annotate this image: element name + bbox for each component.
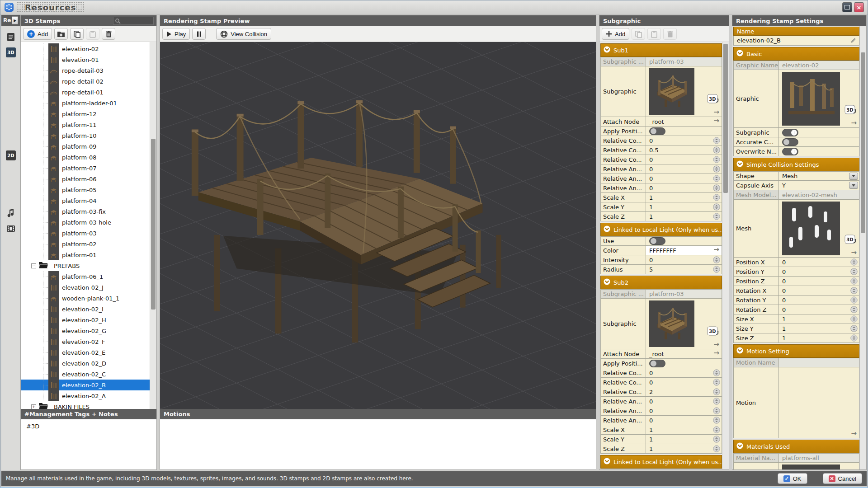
view-collision-button[interactable]: View Collision [216,28,271,40]
add-subgraphic-button[interactable]: Add [602,28,629,40]
movies-category-icon[interactable] [4,222,18,235]
tree-item[interactable]: elevation-02_B [21,380,150,390]
tree-item[interactable]: platform-03-hole [21,217,150,228]
tree-item[interactable]: platform-09 [21,141,150,152]
property-value[interactable]: 1 [779,333,859,343]
pause-button[interactable] [192,28,206,40]
stepper-icon[interactable] [850,315,858,323]
stepper-icon[interactable] [850,268,858,275]
section-header-sub2[interactable]: Sub2 [600,276,722,289]
stepper-icon[interactable] [713,256,720,263]
graphic-thumbnail[interactable] [782,202,840,255]
property-value[interactable] [779,137,859,146]
subgraphic-scrollbar[interactable] [722,42,729,469]
toggle-switch[interactable] [649,360,665,367]
tree-item[interactable]: rope-detail-02 [21,76,150,87]
viewport-3d[interactable] [160,42,596,409]
detail-arrow-icon[interactable]: → [713,109,719,116]
property-value[interactable]: 2 [646,387,722,396]
tree-item[interactable]: platform-11 [21,119,150,130]
property-value[interactable]: 3D→ [779,70,859,127]
tree-item[interactable]: platform-03-fix [21,206,150,217]
stepper-icon[interactable] [850,334,858,342]
delete-subgraphic-button[interactable] [663,28,677,40]
stepper-icon[interactable] [850,287,858,294]
detail-arrow-icon[interactable]: → [851,430,857,437]
property-value[interactable]: 1 [646,193,722,202]
collapsed-resources-tab[interactable]: Re ▶ [1,15,20,26]
property-value[interactable] [646,127,722,136]
tree-item[interactable]: elevation-02_J [21,282,150,293]
stamps-tree-scrollbar[interactable] [150,42,156,409]
tree-item[interactable]: elevation-02_E [21,347,150,358]
tree-item[interactable]: platform-01 [21,249,150,260]
swap-3d-graphic-badge-icon[interactable]: 3D [844,235,857,245]
stepper-icon[interactable] [850,306,858,313]
stepper-icon[interactable] [713,213,720,220]
property-value[interactable]: 0 [646,155,722,164]
section-header-materials-used[interactable]: Materials Used [733,440,859,453]
cancel-button[interactable]: ✕ Cancel [823,473,862,484]
property-value[interactable]: 0 [646,406,722,415]
window-dock-button[interactable] [842,2,852,12]
tree-folder[interactable]: +BAKIN FILES [21,401,150,409]
property-value[interactable]: FFFFFFFF→ [646,246,722,255]
property-value[interactable]: 0 [646,164,722,174]
toggle-switch[interactable] [649,237,665,245]
stepper-icon[interactable] [713,445,720,452]
property-value[interactable]: 0 [646,368,722,377]
3d-stamps-category-icon[interactable]: 3D [4,46,18,59]
stepper-icon[interactable] [713,184,720,192]
section-header-sub1[interactable]: Sub1 [600,43,722,57]
tree-item[interactable]: elevation-01 [21,54,150,65]
tree-expand-toggle[interactable]: − [31,263,36,268]
audio-category-icon[interactable] [4,206,18,220]
chevron-down-icon[interactable] [604,458,610,465]
stepper-icon[interactable] [713,146,720,154]
property-value[interactable]: 1 [646,444,722,453]
tree-item[interactable]: platform-12 [21,108,150,119]
tree-item[interactable]: platform-06 [21,174,150,184]
property-value[interactable] [779,128,859,137]
tree-item[interactable]: elevation-02_A [21,390,150,401]
paste-stamp-button[interactable] [86,28,99,40]
tree-item[interactable]: wooden-plank-01_1 [21,293,150,304]
stepper-icon[interactable] [713,137,720,144]
tree-item[interactable]: platform-05 [21,184,150,195]
chevron-down-icon[interactable] [736,50,743,56]
tree-item[interactable]: elevation-02_C [21,369,150,380]
2d-stamps-category-icon[interactable]: 2D [4,149,18,162]
swap-3d-graphic-badge-icon[interactable]: 3D [707,326,720,337]
section-header-basic[interactable]: Basic [733,47,859,61]
section-header-linked-to-local-light-only-whe[interactable]: Linked to Local Light (Only when us... [600,223,722,236]
stepper-icon[interactable] [713,417,720,424]
property-value[interactable]: 0 [779,267,859,276]
play-button[interactable]: Play [162,28,190,40]
tree-item[interactable]: platform-03 [21,228,150,239]
toggle-switch[interactable] [782,138,798,146]
tree-item[interactable]: platform-02 [21,239,150,249]
stepper-icon[interactable] [850,258,858,266]
add-folder-button[interactable] [54,28,68,40]
property-value[interactable]: 0 [779,305,859,314]
add-stamp-button[interactable]: + Add [23,28,52,40]
section-header-simple-collision-settings[interactable]: Simple Collision Settings [733,158,859,171]
swap-3d-graphic-badge-icon[interactable]: 3D [844,105,857,116]
stepper-icon[interactable] [713,165,720,173]
property-value[interactable]: Y [779,181,859,190]
tree-item[interactable]: platform-04 [21,195,150,206]
title-bar[interactable]: Resources × [0,0,868,14]
property-value[interactable]: 1 [646,435,722,444]
chevron-down-icon[interactable] [604,278,610,285]
tree-item[interactable]: elevation-02_G [21,325,150,336]
property-value[interactable]: 1 [646,202,722,211]
graphic-thumbnail[interactable] [782,72,840,126]
tree-folder[interactable]: −PREFABS [21,260,150,271]
property-value[interactable] [646,359,722,368]
property-value[interactable]: 0 [646,183,722,192]
toggle-switch[interactable] [649,127,665,135]
paste-subgraphic-button[interactable] [647,28,661,40]
tree-item[interactable]: elevation-02 [21,43,150,54]
copy-stamp-button[interactable] [70,28,84,40]
property-value[interactable]: 0 [646,416,722,425]
